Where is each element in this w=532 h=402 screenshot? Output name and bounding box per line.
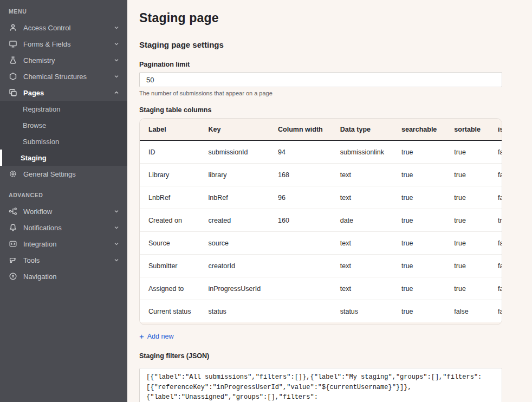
sidebar-item-browse[interactable]: Browse: [0, 117, 127, 133]
columns-table-header-row: Label Key Column width Data type searcha…: [140, 119, 502, 140]
cell-key[interactable]: submissionId: [200, 140, 270, 164]
sidebar-item-chemistry[interactable]: Chemistry: [0, 52, 127, 68]
cell-searchable[interactable]: true: [393, 186, 445, 209]
cell-label[interactable]: Assigned to: [140, 277, 200, 300]
column-header-isdate: isDate: [489, 119, 502, 140]
sidebar-item-navigation[interactable]: Navigation: [0, 268, 127, 284]
cell-width[interactable]: [269, 255, 332, 277]
sidebar-item-general-settings[interactable]: General Settings: [0, 166, 127, 182]
cell-datatype[interactable]: status: [332, 300, 393, 323]
cell-searchable[interactable]: true: [393, 277, 445, 300]
cell-sortable[interactable]: true: [445, 255, 489, 277]
cell-key[interactable]: inProgressUserId: [200, 277, 270, 300]
cell-width[interactable]: 160: [269, 209, 332, 232]
page-title: Staging page: [139, 11, 502, 25]
sidebar-item-label: Tools: [23, 256, 107, 264]
cell-sortable[interactable]: true: [445, 140, 489, 164]
staging-filters-label: Staging filters (JSON): [139, 352, 502, 360]
bell-icon: [9, 223, 17, 232]
cell-label[interactable]: LnbRef: [140, 186, 200, 209]
cell-searchable[interactable]: true: [393, 164, 445, 186]
sidebar-item-notifications[interactable]: Notifications: [0, 219, 127, 236]
table-row: Assigned to inProgressUserId text true t…: [140, 277, 502, 300]
chevron-up-icon: [113, 89, 120, 96]
cell-sortable[interactable]: false: [445, 300, 489, 323]
staging-filters-textarea[interactable]: [{"label":"All submissions","filters":[]…: [139, 368, 502, 402]
sidebar-item-integration[interactable]: Integration: [0, 236, 127, 252]
cell-datatype[interactable]: text: [332, 255, 393, 277]
cell-sortable[interactable]: true: [445, 232, 489, 255]
cell-sortable[interactable]: true: [445, 209, 489, 232]
cell-datatype[interactable]: text: [332, 232, 393, 255]
cell-searchable[interactable]: true: [393, 300, 445, 323]
cell-isdate[interactable]: true: [489, 209, 502, 232]
cell-searchable[interactable]: true: [393, 255, 445, 277]
cell-searchable[interactable]: true: [393, 232, 445, 255]
cell-isdate[interactable]: false: [489, 232, 502, 255]
sidebar-item-label: General Settings: [23, 170, 120, 178]
cell-isdate[interactable]: false: [489, 277, 502, 300]
column-header-width: Column width: [269, 119, 332, 140]
cell-width[interactable]: 168: [269, 164, 332, 186]
pagination-limit-input[interactable]: [139, 72, 502, 87]
cell-key[interactable]: source: [200, 232, 270, 255]
cell-label[interactable]: Library: [140, 164, 200, 186]
cell-sortable[interactable]: true: [445, 164, 489, 186]
cell-key[interactable]: lnbRef: [200, 186, 270, 209]
sidebar-item-pages[interactable]: Pages: [0, 85, 127, 101]
cell-isdate[interactable]: false: [489, 186, 502, 209]
cell-datatype[interactable]: text: [332, 186, 393, 209]
cell-datatype[interactable]: text: [332, 164, 393, 186]
cell-label[interactable]: Created on: [140, 209, 200, 232]
cell-label[interactable]: Submitter: [140, 255, 200, 277]
cell-isdate[interactable]: false: [489, 140, 502, 164]
cell-key[interactable]: library: [200, 164, 270, 186]
cell-label[interactable]: Source: [140, 232, 200, 255]
cell-isdate[interactable]: false: [489, 300, 502, 323]
main-content: Staging page Staging page settings Pagin…: [127, 0, 532, 402]
cell-datatype[interactable]: text: [332, 277, 393, 300]
sidebar-item-access-control[interactable]: Access Control: [0, 20, 127, 36]
add-new-link[interactable]: + Add new: [139, 332, 173, 340]
chevron-down-icon: [113, 208, 120, 215]
column-header-label: Label: [140, 119, 200, 140]
submenu-item-label: Registration: [23, 105, 60, 113]
sidebar-item-workflow[interactable]: Workflow: [0, 203, 127, 219]
sidebar-item-forms-fields[interactable]: Forms & Fields: [0, 36, 127, 52]
cell-key[interactable]: created: [200, 209, 270, 232]
columns-table: Label Key Column width Data type searcha…: [140, 119, 502, 322]
column-header-sortable: sortable: [445, 119, 489, 140]
integration-icon: [9, 239, 17, 248]
table-row: Created on created 160 date true true tr…: [140, 209, 502, 232]
cell-width[interactable]: [269, 232, 332, 255]
cell-searchable[interactable]: true: [393, 209, 445, 232]
sidebar-item-label: Chemistry: [23, 56, 107, 64]
column-header-key: Key: [200, 119, 270, 140]
sidebar-item-registration[interactable]: Registration: [0, 101, 127, 117]
cell-datatype[interactable]: date: [332, 209, 393, 232]
sidebar-item-chemical-structures[interactable]: Chemical Structures: [0, 68, 127, 85]
cell-isdate[interactable]: false: [489, 255, 502, 277]
cell-width[interactable]: 96: [269, 186, 332, 209]
pagination-limit-helper: The number of submissions that appear on…: [139, 90, 502, 96]
cell-width[interactable]: [269, 300, 332, 323]
cell-width[interactable]: 94: [269, 140, 332, 164]
cell-key[interactable]: status: [200, 300, 270, 323]
cell-searchable[interactable]: true: [393, 140, 445, 164]
cell-label[interactable]: Current status: [140, 300, 200, 323]
table-row: Source source text true true false: [140, 232, 502, 255]
sidebar-item-staging[interactable]: Staging: [0, 150, 127, 166]
cell-key[interactable]: creatorId: [200, 255, 270, 277]
cell-sortable[interactable]: true: [445, 186, 489, 209]
advanced-section-label: ADVANCED: [0, 182, 127, 203]
sidebar-item-label: Forms & Fields: [23, 40, 107, 48]
settings-section-title: Staging page settings: [139, 40, 502, 49]
sidebar-item-tools[interactable]: Tools: [0, 252, 127, 268]
sidebar-item-submission[interactable]: Submission: [0, 133, 127, 150]
cell-isdate[interactable]: false: [489, 164, 502, 186]
cell-datatype[interactable]: submissionlink: [332, 140, 393, 164]
cell-label[interactable]: ID: [140, 140, 200, 164]
cell-width[interactable]: [269, 277, 332, 300]
sidebar-item-label: Workflow: [23, 208, 107, 216]
cell-sortable[interactable]: true: [445, 277, 489, 300]
